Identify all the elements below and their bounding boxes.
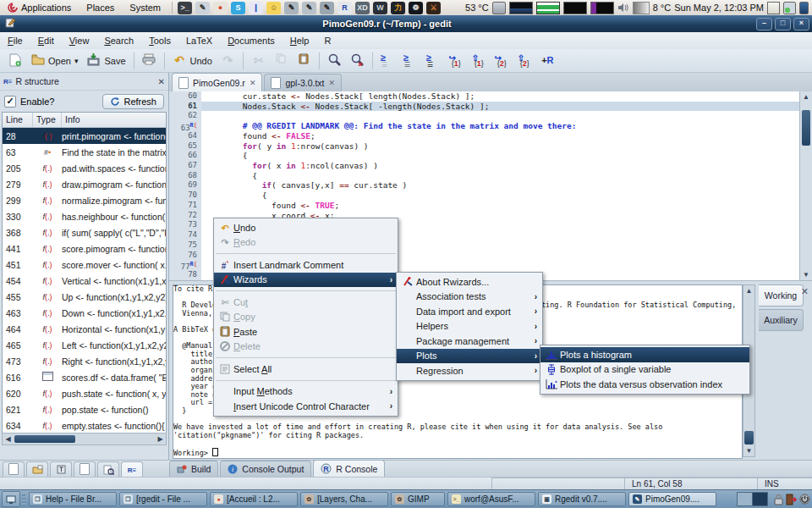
structure-row-299[interactable]: 299f(.)normalize.pimogram <- func [3,192,166,208]
document-tab-PimoGen09.r[interactable]: PimoGen09.r✕ [172,73,262,91]
scroll-right-icon[interactable]: ▶ [155,435,166,443]
plots-plots-the-data-versus-observation-index[interactable]: Plots the data versus observation index [540,377,749,392]
logout-button[interactable] [786,494,797,505]
console-prompt[interactable]: Working> [173,448,742,456]
app-launcher-4-icon[interactable]: ⚔ [426,2,441,14]
maximize-button[interactable]: □ [775,18,791,30]
code-line-67[interactable]: 67 for( x in 1:ncol(canvas) ) [169,161,799,171]
close-button[interactable]: × [793,18,809,30]
structure-row-368[interactable]: 368f(.)if( sum( sapply( c("L","D","R", [3,224,166,240]
cut-button[interactable]: ✄ [247,51,270,71]
wizards-about-rwizards[interactable]: About Rwizards... [397,274,542,290]
code-line-64[interactable]: 64 found <- FALSE; [169,131,799,141]
run-all-button[interactable]: ≥☰ [422,51,445,71]
context-wizards[interactable]: Wizards› [214,273,398,288]
context-cut[interactable]: ✄Cut [214,295,398,310]
workspace-1[interactable] [738,493,753,505]
scroll-up-icon[interactable]: ▲ [800,91,812,102]
copy-button[interactable] [270,51,293,71]
quick-open-pane-tab[interactable] [97,461,119,477]
structure-table-header[interactable]: LineTypeInfo [3,113,166,128]
menu-help[interactable]: Help [283,34,317,47]
document-tab-gpl-3.0.txt[interactable]: gpl-3.0.txt✕ [264,74,342,91]
context-undo[interactable]: ↶Undo [214,220,398,235]
notes-tray-icon[interactable] [767,2,780,14]
task-help-file-br[interactable]: ❐Help - File Br... [29,492,117,506]
wizards-package-management[interactable]: Package management› [397,334,542,349]
structure-row-451[interactable]: 451f(.)score.mover <- function( x.p [3,257,166,273]
column-header-info[interactable]: Info [62,113,166,127]
new-document-button[interactable] [3,51,26,71]
context-redo[interactable]: ↷Redo [214,235,398,251]
column-header-line[interactable]: Line [3,113,33,127]
column-header-type[interactable]: Type [33,113,62,127]
cpu-graph-applet[interactable] [509,2,533,14]
r-structure-pane-tab[interactable]: R≡ [121,461,143,477]
battery-applet[interactable] [492,2,506,14]
editor-scroll-thumb[interactable] [802,110,810,146]
memory-graph-applet[interactable] [590,2,614,14]
structure-row-616[interactable]: 616scores.df <- data.frame( "Ec [3,369,166,385]
open-dropdown-icon[interactable]: ▾ [74,57,79,65]
context-input-methods[interactable]: Input Methods› [214,384,398,400]
tab-close-icon[interactable]: ✕ [250,79,256,87]
open-button[interactable]: Open▾ [26,51,82,71]
refresh-button[interactable]: Refresh [102,94,164,109]
taskbar-grip[interactable] [22,493,25,506]
docs-launcher-icon[interactable]: ❙ [249,2,263,14]
task-pimogen09[interactable]: ✎PimoGen09.... [628,492,716,506]
workspace-pager[interactable] [737,492,768,506]
code-line-69[interactable]: 69 if( canvas[y,x] == cur.state ) [169,180,799,190]
structure-row-620[interactable]: 620f(.)push.state <- function( x, y ) [3,385,166,401]
lock-screen-button[interactable] [773,494,784,505]
paste-button[interactable] [293,51,315,71]
context-copy[interactable]: Copy [214,310,398,325]
hscroll-thumb[interactable] [14,435,75,443]
tag-list-pane-tab[interactable] [50,461,72,477]
skype-launcher-icon[interactable]: S [231,2,245,14]
minimize-button[interactable]: – [756,18,772,30]
documents-pane-tab[interactable] [3,461,25,477]
side-panel-close-icon[interactable]: ✕ [158,77,165,86]
task-accueil-l2[interactable]: ●[Accueil : L2... [210,492,298,506]
bottom-tab-r-console[interactable]: RR Console [313,460,385,477]
structure-row-330[interactable]: 330f(.)has.neighbour <- function( x [3,208,166,224]
app-launcher-2-icon[interactable]: 力 [391,2,405,14]
structure-row-28[interactable]: 28f(.)print.pimogram <- function( [3,128,166,144]
bottom-panel-close-icon[interactable]: ✕ [801,286,809,297]
editor-vscrollbar[interactable]: ▲ ▼ [799,91,812,280]
brightness-applet[interactable] [633,2,650,14]
panel-menu-places[interactable]: Places [79,0,122,15]
battery-tray-icon[interactable] [799,2,809,14]
wizards-data-import-and-export[interactable]: Data import and export› [397,304,542,319]
print-button[interactable] [138,51,161,71]
show-desktop-button[interactable] [2,491,20,507]
context-insert-landmark-comment[interactable]: #*Insert Landmark Comment [214,257,398,273]
structure-row-465[interactable]: 465f(.)Left <- function(x1,y1,x2,y2) [3,337,166,353]
context-insert-unicode-control-character[interactable]: Insert Unicode Control Character› [214,399,398,414]
menu-tools[interactable]: Tools [141,34,178,47]
structure-row-441[interactable]: 441f(.)score.pimogram <- function [3,240,166,257]
code-line-66[interactable]: 66 { [169,151,799,161]
bottom-tab-console-output[interactable]: iConsole Output [220,461,311,477]
code-line-68[interactable]: 68 { [169,171,799,181]
console-tab-working[interactable]: Working [759,284,804,306]
context-delete[interactable]: Delete [214,340,398,355]
find-button[interactable] [323,51,346,71]
menu-edit[interactable]: Edit [30,34,62,47]
scroll-down-icon[interactable]: ▼ [800,269,812,280]
menu-view[interactable]: View [62,34,97,47]
editor-launcher-3-icon[interactable]: ✎ [320,2,334,14]
replace-button[interactable] [346,51,369,71]
terminal-launcher-icon[interactable]: >_ [178,2,192,14]
run-block1-cursor-button[interactable]: ⇧{1} [468,51,491,71]
console-tab-auxiliary[interactable]: Auxiliary [759,309,804,331]
code-line-65[interactable]: 65 for( y in 1:nrow(canvas) ) [169,141,799,152]
network-graph-applet[interactable] [536,2,560,14]
menu-file[interactable]: File [0,34,30,47]
scroll-left-icon[interactable]: ◀ [3,435,14,443]
task-rgedit-file[interactable]: ❐[rgedit - File ... [119,492,207,506]
scroll-up-icon[interactable]: ▲ [743,285,754,296]
context-paste[interactable]: Paste [214,324,398,340]
snippets-pane-tab[interactable] [74,461,96,477]
